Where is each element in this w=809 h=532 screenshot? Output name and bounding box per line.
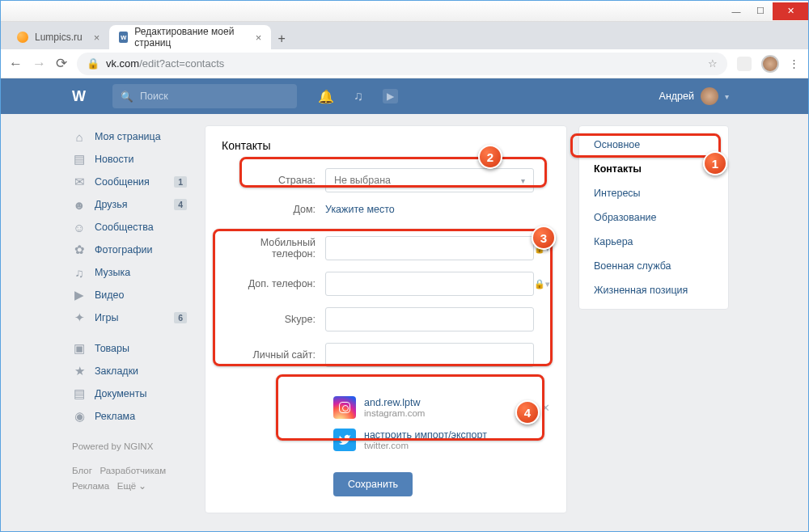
rn-military[interactable]: Военная служба	[579, 254, 728, 278]
favicon-vk: w	[119, 32, 128, 43]
social-instagram-row: and.rew.lptw instagram.com ⚙ ✕	[333, 391, 550, 424]
tab-close-icon[interactable]: ×	[256, 32, 262, 44]
country-label: Страна:	[222, 175, 325, 186]
nav-communities[interactable]: ☺Сообщества	[72, 216, 193, 239]
footer-dev[interactable]: Разработчикам	[100, 466, 166, 475]
rn-interests[interactable]: Интересы	[579, 181, 728, 205]
notifications-icon[interactable]: 🔔	[318, 89, 334, 104]
nav-back-icon[interactable]: ←	[9, 56, 23, 72]
country-value: Не выбрана	[334, 175, 391, 186]
rn-contacts[interactable]: Контакты	[579, 157, 728, 181]
browser-window: — ☐ ✕ Lumpics.ru × w Редактирование моей…	[0, 0, 809, 532]
left-nav: ⌂Моя страница ▤Новости ✉Сообщения1 ☻Друз…	[72, 125, 193, 513]
bookmarks-icon: ★	[72, 364, 87, 378]
nav-games[interactable]: ✦Игры6	[72, 306, 193, 329]
nav-market[interactable]: ▣Товары	[72, 337, 193, 360]
skype-label: Skype:	[222, 314, 325, 325]
rn-life[interactable]: Жизненная позиция	[579, 278, 728, 302]
chevron-down-icon: ▾	[521, 176, 525, 185]
close-icon[interactable]: ✕	[541, 402, 550, 414]
mobile-label: Мобильный телефон:	[222, 237, 325, 260]
video-icon: ▶	[72, 288, 87, 302]
gear-icon[interactable]: ⚙	[523, 402, 533, 414]
powered-by: Powered by NGINX	[72, 439, 193, 455]
home-icon: ⌂	[72, 130, 87, 144]
twitter-icon	[333, 429, 356, 451]
country-select[interactable]: Не выбрана ▾	[325, 168, 534, 192]
market-icon: ▣	[72, 341, 87, 356]
vk-search[interactable]: 🔍 Поиск	[112, 84, 297, 108]
address-bar[interactable]: 🔒 vk.com/edit?act=contacts ☆	[77, 53, 727, 75]
nav-music[interactable]: ♫Музыка	[72, 261, 193, 284]
save-button[interactable]: Сохранить	[333, 472, 413, 496]
tab-close-icon[interactable]: ×	[94, 32, 100, 44]
browser-profile-avatar[interactable]	[761, 55, 779, 73]
nav-friends[interactable]: ☻Друзья4	[72, 193, 193, 216]
favicon-lumpics	[17, 32, 28, 43]
search-placeholder: Поиск	[140, 91, 168, 102]
home-value[interactable]: Укажите место	[325, 204, 395, 215]
new-tab-button[interactable]: +	[271, 28, 292, 49]
site-input[interactable]	[325, 343, 534, 367]
ads-icon: ◉	[72, 409, 87, 424]
games-icon: ✦	[72, 310, 87, 325]
rn-education[interactable]: Образование	[579, 205, 728, 230]
rn-main[interactable]: Основное	[579, 133, 728, 157]
nav-reload-icon[interactable]: ⟳	[56, 55, 67, 72]
instagram-name[interactable]: and.rew.lptw	[364, 397, 425, 408]
music-icon[interactable]: ♫	[354, 89, 363, 103]
mobile-input[interactable]	[325, 236, 534, 260]
nav-bookmarks[interactable]: ★Закладки	[72, 360, 193, 382]
badge: 4	[174, 199, 187, 210]
nav-ads[interactable]: ◉Реклама	[72, 405, 193, 428]
vk-user-menu[interactable]: Андрей ▾	[659, 87, 729, 105]
window-close[interactable]: ✕	[773, 2, 808, 20]
nav-news[interactable]: ▤Новости	[72, 148, 193, 171]
messages-icon: ✉	[72, 175, 87, 189]
skype-input[interactable]	[325, 307, 534, 331]
twitter-domain: twitter.com	[364, 441, 487, 450]
badge: 1	[174, 176, 187, 188]
user-avatar	[701, 87, 718, 105]
communities-icon: ☺	[72, 221, 87, 234]
social-twitter-row: настроить импорт/экспорт twitter.com	[333, 424, 550, 456]
right-nav: Основное Контакты Интересы Образование К…	[578, 125, 729, 310]
lock-icon: 🔒	[87, 57, 100, 70]
nav-messages[interactable]: ✉Сообщения1	[72, 171, 193, 193]
social-accounts: and.rew.lptw instagram.com ⚙ ✕	[333, 391, 550, 456]
nav-forward-icon[interactable]: →	[32, 56, 46, 72]
alt-phone-input[interactable]	[325, 272, 534, 296]
vk-header: W 🔍 Поиск 🔔 ♫ ▶ Андрей ▾	[1, 78, 808, 114]
user-name: Андрей	[659, 91, 694, 102]
footer-more[interactable]: Ещё ⌄	[117, 481, 147, 491]
instagram-domain: instagram.com	[364, 408, 425, 418]
twitter-name[interactable]: настроить импорт/экспорт	[364, 429, 487, 441]
nav-my-page[interactable]: ⌂Моя страница	[72, 125, 193, 148]
address-url: vk.com/edit?act=contacts	[106, 57, 224, 70]
nav-video[interactable]: ▶Видео	[72, 284, 193, 306]
chevron-down-icon: ▾	[725, 92, 729, 101]
play-icon[interactable]: ▶	[383, 89, 398, 103]
nav-photos[interactable]: ✿Фотографии	[72, 239, 193, 261]
browser-toolbar: ← → ⟳ 🔒 vk.com/edit?act=contacts ☆ ⋮	[1, 49, 808, 78]
browser-menu-icon[interactable]: ⋮	[789, 57, 800, 70]
site-label: Личный сайт:	[222, 349, 325, 361]
bookmark-star-icon[interactable]: ☆	[708, 57, 718, 70]
footer-blog[interactable]: Блог	[72, 466, 92, 475]
instagram-icon	[333, 396, 356, 419]
rn-career[interactable]: Карьера	[579, 230, 728, 254]
privacy-lock-icon[interactable]: 🔒▾	[534, 279, 550, 289]
tabstrip: Lumpics.ru × w Редактирование моей стран…	[1, 22, 808, 49]
browser-extension-icon[interactable]	[737, 57, 752, 71]
window-minimize[interactable]: —	[724, 2, 748, 20]
tab-title: Lumpics.ru	[35, 32, 83, 43]
nav-documents[interactable]: ▤Документы	[72, 382, 193, 405]
tab-lumpics[interactable]: Lumpics.ru ×	[7, 25, 109, 49]
vk-logo[interactable]: W	[72, 88, 85, 105]
badge: 6	[174, 312, 187, 323]
main-panel: Контакты Страна: Не выбрана ▾ Дом: Укажи…	[205, 125, 567, 513]
window-maximize[interactable]: ☐	[748, 2, 773, 20]
privacy-lock-icon[interactable]: 🔒▾	[534, 243, 550, 254]
footer-ads[interactable]: Реклама	[72, 481, 109, 491]
tab-vk-edit[interactable]: w Редактирование моей страниц ×	[109, 25, 271, 49]
